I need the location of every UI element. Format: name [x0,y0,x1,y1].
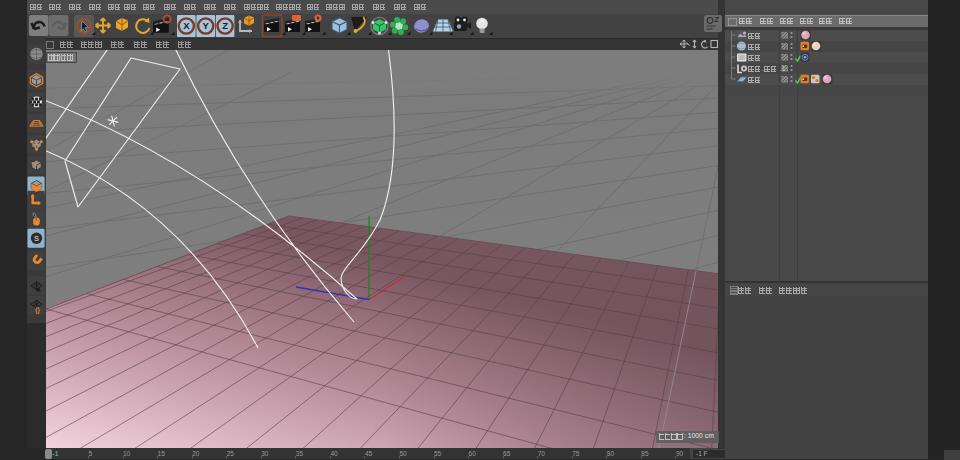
svg-text:Y: Y [203,20,210,31]
svg-text:(): () [35,306,39,314]
svg-text:A: A [36,286,41,293]
svg-text:Z: Z [222,20,228,31]
svg-text:X: X [183,20,190,31]
svg-text:S: S [34,234,39,243]
